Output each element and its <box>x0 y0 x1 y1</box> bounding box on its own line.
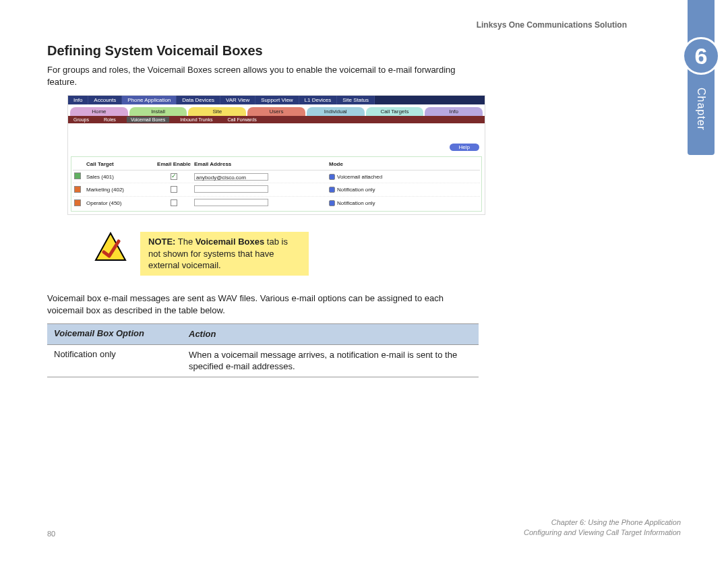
opt-action: When a voicemail message arrives, a noti… <box>182 345 479 377</box>
top-tab-phone-application[interactable]: Phone Application <box>122 96 177 104</box>
row-icon <box>74 173 81 179</box>
chapter-number-badge: 6 <box>682 37 720 75</box>
col-mode: Mode <box>329 161 423 167</box>
option-table: Voicemail Box Option Action Notification… <box>47 323 479 377</box>
top-tab-data-devices[interactable]: Data Devices <box>177 96 220 104</box>
help-button[interactable]: Help <box>450 144 479 151</box>
mid-paragraph: Voicemail box e-mail messages are sent a… <box>47 292 458 317</box>
top-tab-site-status[interactable]: Site Status <box>337 96 375 104</box>
footer-section: Configuring and Viewing Call Target Info… <box>524 528 681 538</box>
mid-tab-site[interactable]: Site <box>188 107 246 116</box>
col-target: Call Target <box>86 161 154 167</box>
cell-mode: Notification only <box>337 200 375 206</box>
intro-paragraph: For groups and roles, the Voicemail Boxe… <box>47 64 458 88</box>
cell-target: Marketing (402) <box>86 187 154 193</box>
top-tab-var-view[interactable]: VAR View <box>220 96 255 104</box>
email-field[interactable]: anybody@cisco.com <box>194 173 268 181</box>
col-enable: Email Enable <box>154 161 194 167</box>
table-row: Marketing (402)Notification only <box>73 183 480 197</box>
footer-chapter: Chapter 6: Using the Phone Application <box>524 518 681 528</box>
chapter-strip: 6 Chapter <box>688 0 715 155</box>
sub-tab-voicemail-boxes[interactable]: Voicemail Boxes <box>127 117 169 123</box>
sub-tab-bar: GroupsRolesVoicemail BoxesInbound Trunks… <box>68 116 485 123</box>
mid-tab-individual[interactable]: Individual <box>307 107 365 116</box>
cell-mode: Notification only <box>337 187 375 193</box>
opt-head-action: Action <box>182 324 479 344</box>
col-email: Email Address <box>194 161 329 167</box>
sub-tab-groups[interactable]: Groups <box>69 117 93 123</box>
top-tab-accounts[interactable]: Accounts <box>88 96 122 104</box>
top-tab-l1-devices[interactable]: L1 Devices <box>299 96 338 104</box>
mid-tab-home[interactable]: Home <box>70 107 128 116</box>
voicemail-screenshot: InfoAccountsPhone ApplicationData Device… <box>67 95 485 215</box>
note-prefix: NOTE: <box>148 237 175 247</box>
cell-target: Sales (401) <box>86 174 154 180</box>
opt-head-option: Voicemail Box Option <box>47 324 182 344</box>
section-title: Defining System Voicemail Boxes <box>47 43 627 59</box>
email-field[interactable] <box>194 185 268 193</box>
mode-icon[interactable] <box>329 187 335 193</box>
top-tab-bar: InfoAccountsPhone ApplicationData Device… <box>68 96 485 104</box>
chapter-label: Chapter <box>695 88 707 131</box>
email-field[interactable] <box>194 199 268 206</box>
top-tab-info[interactable]: Info <box>68 96 88 104</box>
table-row: Operator (450)Notification only <box>73 197 480 210</box>
doc-header: Linksys One Communications Solution <box>47 20 627 30</box>
mid-tab-bar: HomeInstallSiteUsersIndividualCall Targe… <box>68 107 485 116</box>
mid-tab-call-targets[interactable]: Call Targets <box>366 107 424 116</box>
row-icon <box>74 199 81 206</box>
note-box: NOTE: The Voicemail Boxes tab is not sho… <box>140 232 309 276</box>
opt-option: Notification only <box>47 345 182 377</box>
voicemail-table: Call Target Email Enable Email Address M… <box>71 156 482 212</box>
enable-checkbox[interactable] <box>171 173 177 180</box>
cell-target: Operator (450) <box>86 200 154 206</box>
top-tab-support-view[interactable]: Support View <box>255 96 299 104</box>
mode-icon[interactable] <box>329 200 335 206</box>
sub-tab-call-forwards[interactable]: Call Forwards <box>224 117 261 123</box>
page-number: 80 <box>47 530 55 538</box>
mode-icon[interactable] <box>329 174 335 180</box>
warning-icon <box>94 232 127 263</box>
sub-tab-roles[interactable]: Roles <box>100 117 120 123</box>
mid-tab-info[interactable]: Info <box>425 107 483 116</box>
cell-mode: Voicemail attached <box>337 174 382 180</box>
mid-tab-install[interactable]: Install <box>129 107 187 116</box>
row-icon <box>74 186 81 193</box>
sub-tab-inbound-trunks[interactable]: Inbound Trunks <box>176 117 216 123</box>
mid-tab-users[interactable]: Users <box>247 107 305 116</box>
table-row: Sales (401)anybody@cisco.comVoicemail at… <box>73 170 480 183</box>
enable-checkbox[interactable] <box>171 186 177 193</box>
enable-checkbox[interactable] <box>171 199 177 206</box>
